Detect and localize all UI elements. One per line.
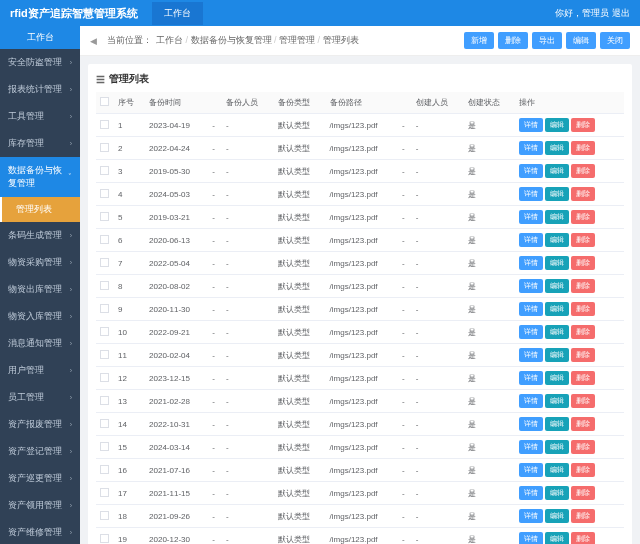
- row-action-详情[interactable]: 详情: [519, 141, 543, 155]
- row-action-详情[interactable]: 详情: [519, 325, 543, 339]
- row-action-详情[interactable]: 详情: [519, 256, 543, 270]
- row-action-编辑[interactable]: 编辑: [545, 325, 569, 339]
- sidebar-subitem[interactable]: 管理列表: [0, 197, 80, 222]
- row-checkbox[interactable]: [100, 419, 109, 428]
- sidebar-item[interactable]: 物资出库管理›: [0, 276, 80, 303]
- row-action-编辑[interactable]: 编辑: [545, 279, 569, 293]
- row-checkbox[interactable]: [100, 534, 109, 543]
- row-checkbox[interactable]: [100, 235, 109, 244]
- row-checkbox[interactable]: [100, 396, 109, 405]
- row-action-删除[interactable]: 删除: [571, 509, 595, 523]
- row-action-删除[interactable]: 删除: [571, 417, 595, 431]
- row-action-删除[interactable]: 删除: [571, 233, 595, 247]
- row-action-编辑[interactable]: 编辑: [545, 371, 569, 385]
- sidebar-item[interactable]: 数据备份与恢复管理˅: [0, 157, 80, 197]
- row-action-删除[interactable]: 删除: [571, 279, 595, 293]
- row-action-编辑[interactable]: 编辑: [545, 210, 569, 224]
- row-action-编辑[interactable]: 编辑: [545, 463, 569, 477]
- sidebar-item[interactable]: 资产报废管理›: [0, 411, 80, 438]
- row-action-删除[interactable]: 删除: [571, 164, 595, 178]
- row-checkbox[interactable]: [100, 143, 109, 152]
- sidebar-item[interactable]: 物资采购管理›: [0, 249, 80, 276]
- row-action-详情[interactable]: 详情: [519, 509, 543, 523]
- row-action-详情[interactable]: 详情: [519, 187, 543, 201]
- row-checkbox[interactable]: [100, 465, 109, 474]
- breadcrumb-part[interactable]: 管理管理: [279, 35, 315, 45]
- sidebar-item[interactable]: 资产领用管理›: [0, 492, 80, 519]
- sidebar-item[interactable]: 报表统计管理›: [0, 76, 80, 103]
- sidebar-item[interactable]: 条码生成管理›: [0, 222, 80, 249]
- row-action-删除[interactable]: 删除: [571, 440, 595, 454]
- action-导出[interactable]: 导出: [532, 32, 562, 49]
- row-action-详情[interactable]: 详情: [519, 233, 543, 247]
- row-checkbox[interactable]: [100, 281, 109, 290]
- row-action-详情[interactable]: 详情: [519, 394, 543, 408]
- row-action-编辑[interactable]: 编辑: [545, 509, 569, 523]
- row-action-详情[interactable]: 详情: [519, 279, 543, 293]
- breadcrumb-part[interactable]: 数据备份与恢复管理: [191, 35, 272, 45]
- row-action-编辑[interactable]: 编辑: [545, 486, 569, 500]
- sidebar-item[interactable]: 安全防盗管理›: [0, 49, 80, 76]
- row-action-删除[interactable]: 删除: [571, 394, 595, 408]
- sidebar-item[interactable]: 员工管理›: [0, 384, 80, 411]
- action-删除[interactable]: 删除: [498, 32, 528, 49]
- row-action-编辑[interactable]: 编辑: [545, 417, 569, 431]
- row-action-详情[interactable]: 详情: [519, 118, 543, 132]
- row-action-编辑[interactable]: 编辑: [545, 440, 569, 454]
- row-action-详情[interactable]: 详情: [519, 417, 543, 431]
- row-action-删除[interactable]: 删除: [571, 118, 595, 132]
- row-action-删除[interactable]: 删除: [571, 141, 595, 155]
- row-action-编辑[interactable]: 编辑: [545, 394, 569, 408]
- checkbox-all[interactable]: [100, 97, 109, 106]
- row-action-编辑[interactable]: 编辑: [545, 256, 569, 270]
- row-action-编辑[interactable]: 编辑: [545, 233, 569, 247]
- row-action-编辑[interactable]: 编辑: [545, 187, 569, 201]
- sidebar-item[interactable]: 资产维修管理›: [0, 519, 80, 544]
- row-action-删除[interactable]: 删除: [571, 371, 595, 385]
- sidebar-item[interactable]: 资产巡更管理›: [0, 465, 80, 492]
- row-checkbox[interactable]: [100, 304, 109, 313]
- row-action-详情[interactable]: 详情: [519, 348, 543, 362]
- sidebar-top[interactable]: 工作台: [0, 26, 80, 49]
- row-action-删除[interactable]: 删除: [571, 210, 595, 224]
- row-checkbox[interactable]: [100, 442, 109, 451]
- breadcrumb-part[interactable]: 工作台: [156, 35, 183, 45]
- row-action-编辑[interactable]: 编辑: [545, 348, 569, 362]
- header-tab-workspace[interactable]: 工作台: [152, 2, 203, 25]
- sidebar-item[interactable]: 用户管理›: [0, 357, 80, 384]
- row-action-删除[interactable]: 删除: [571, 348, 595, 362]
- row-checkbox[interactable]: [100, 258, 109, 267]
- row-action-详情[interactable]: 详情: [519, 302, 543, 316]
- row-checkbox[interactable]: [100, 511, 109, 520]
- row-action-详情[interactable]: 详情: [519, 210, 543, 224]
- row-action-详情[interactable]: 详情: [519, 164, 543, 178]
- sidebar-item[interactable]: 消息通知管理›: [0, 330, 80, 357]
- row-action-详情[interactable]: 详情: [519, 371, 543, 385]
- row-action-删除[interactable]: 删除: [571, 187, 595, 201]
- user-greeting[interactable]: 你好，管理员 退出: [555, 7, 630, 20]
- row-action-详情[interactable]: 详情: [519, 486, 543, 500]
- row-action-删除[interactable]: 删除: [571, 256, 595, 270]
- row-action-详情[interactable]: 详情: [519, 463, 543, 477]
- row-checkbox[interactable]: [100, 212, 109, 221]
- row-checkbox[interactable]: [100, 166, 109, 175]
- sidebar-item[interactable]: 资产登记管理›: [0, 438, 80, 465]
- row-action-编辑[interactable]: 编辑: [545, 141, 569, 155]
- row-checkbox[interactable]: [100, 327, 109, 336]
- row-action-详情[interactable]: 详情: [519, 440, 543, 454]
- collapse-icon[interactable]: ◀: [90, 36, 97, 46]
- row-action-编辑[interactable]: 编辑: [545, 164, 569, 178]
- row-checkbox[interactable]: [100, 488, 109, 497]
- row-action-编辑[interactable]: 编辑: [545, 532, 569, 544]
- row-checkbox[interactable]: [100, 120, 109, 129]
- row-action-编辑[interactable]: 编辑: [545, 118, 569, 132]
- row-action-详情[interactable]: 详情: [519, 532, 543, 544]
- action-关闭[interactable]: 关闭: [600, 32, 630, 49]
- action-新增[interactable]: 新增: [464, 32, 494, 49]
- action-编辑[interactable]: 编辑: [566, 32, 596, 49]
- row-action-删除[interactable]: 删除: [571, 302, 595, 316]
- row-checkbox[interactable]: [100, 189, 109, 198]
- row-action-删除[interactable]: 删除: [571, 532, 595, 544]
- row-action-删除[interactable]: 删除: [571, 486, 595, 500]
- row-action-编辑[interactable]: 编辑: [545, 302, 569, 316]
